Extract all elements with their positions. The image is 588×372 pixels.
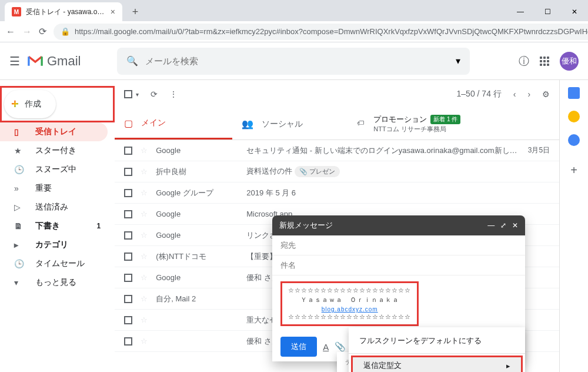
chevron-down-icon[interactable]: ▾: [456, 55, 460, 67]
url-field[interactable]: 🔒 https://mail.google.com/mail/u/0/?tab=…: [54, 24, 588, 40]
format-icon[interactable]: A: [323, 342, 329, 352]
search-input[interactable]: [145, 56, 449, 66]
row-checkbox[interactable]: [124, 168, 132, 176]
nav-icon: ▯: [14, 127, 26, 137]
star-icon[interactable]: ☆: [141, 315, 148, 324]
mail-row[interactable]: ☆ 折中良樹 資料送付の件 📎 プレゼン: [115, 161, 559, 182]
compose-to-field[interactable]: 宛先: [272, 235, 525, 255]
sidebar-item-4[interactable]: ▷送信済み: [0, 198, 108, 217]
keep-icon[interactable]: [568, 111, 580, 122]
sidebar-item-6[interactable]: ▸カテゴリ: [0, 235, 108, 254]
browser-tabstrip: M 受信トレイ - yasawa.orinaka@gm × + — ☐ ✕: [0, 0, 588, 21]
prev-page-icon[interactable]: ‹: [513, 89, 516, 99]
minimize-icon[interactable]: —: [487, 221, 495, 230]
apps-grid-icon[interactable]: [540, 57, 549, 66]
new-tab-button[interactable]: +: [127, 4, 143, 20]
star-icon[interactable]: ☆: [141, 167, 148, 176]
row-checkbox[interactable]: [124, 189, 132, 197]
tab-social[interactable]: 👥 ソーシャル: [232, 108, 350, 140]
compose-body[interactable]: ☆☆☆☆☆☆☆☆☆☆☆☆☆☆☆☆☆☆☆ Ｙａｓａｗａ Ｏｒｉｎａｋａ blog.…: [272, 275, 525, 332]
more-icon[interactable]: ⋮: [169, 89, 178, 99]
nav-icon: »: [14, 184, 26, 193]
star-icon[interactable]: ☆: [141, 294, 148, 303]
next-page-icon[interactable]: ›: [528, 89, 531, 99]
settings-icon[interactable]: ⚙: [542, 89, 550, 99]
sidebar-item-8[interactable]: ▾もっと見る: [0, 273, 108, 292]
back-icon[interactable]: ←: [6, 26, 15, 37]
signature-box: ☆☆☆☆☆☆☆☆☆☆☆☆☆☆☆☆☆☆☆ Ｙａｓａｗａ Ｏｒｉｎａｋａ blog.…: [280, 281, 419, 326]
lock-icon: 🔒: [61, 27, 70, 36]
tab-primary[interactable]: ▢ メイン: [115, 108, 232, 140]
row-checkbox[interactable]: [124, 316, 132, 324]
row-checkbox[interactable]: [124, 210, 132, 218]
tag-icon: 🏷: [357, 119, 364, 127]
sidebar-item-5[interactable]: 🗎下書き1: [0, 217, 108, 235]
new-badge: 新着 1 件: [430, 115, 460, 124]
menu-canned-responses[interactable]: 返信定型文▸: [351, 356, 523, 372]
tab-title: 受信トレイ - yasawa.orinaka@gm: [26, 7, 106, 17]
forward-icon[interactable]: →: [22, 26, 32, 37]
signature-link[interactable]: blog.abcdxyz.com: [322, 306, 378, 313]
avatar[interactable]: 優和: [560, 52, 579, 71]
sidebar-item-0[interactable]: ▯受信トレイ: [0, 122, 108, 141]
page-info: 1–50 / 74 行: [457, 89, 502, 99]
compose-button[interactable]: + 作成: [4, 90, 56, 118]
row-checkbox[interactable]: [124, 253, 132, 261]
compose-label: 作成: [25, 99, 41, 109]
star-icon[interactable]: ☆: [141, 188, 148, 197]
row-checkbox[interactable]: [124, 295, 132, 303]
mail-row[interactable]: ☆ Google グループ 2019 年 5 月 6: [115, 182, 559, 204]
calendar-icon[interactable]: [568, 87, 580, 99]
window-close[interactable]: ✕: [561, 2, 588, 21]
expand-icon[interactable]: ⤢: [500, 221, 506, 230]
row-checkbox[interactable]: [124, 231, 132, 240]
compose-highlight: + 作成: [0, 86, 115, 122]
nav-icon: ★: [14, 146, 26, 155]
compose-subject-field[interactable]: 件名: [272, 255, 525, 275]
window-maximize[interactable]: ☐: [534, 2, 561, 21]
category-tabs: ▢ メイン 👥 ソーシャル 🏷 プロモーション 新着 1 件 NTTコム リサー…: [115, 108, 559, 140]
star-icon[interactable]: ☆: [141, 210, 148, 218]
menu-fullscreen[interactable]: フルスクリーンをデフォルトにする: [349, 331, 525, 351]
row-checkbox[interactable]: [124, 147, 132, 155]
compose-titlebar[interactable]: 新規メッセージ — ⤢ ✕: [272, 215, 525, 235]
star-icon[interactable]: ☆: [141, 231, 148, 240]
row-checkbox[interactable]: [124, 337, 132, 346]
tab-promotions[interactable]: 🏷 プロモーション 新着 1 件 NTTコム リサーチ事務局: [350, 108, 559, 140]
refresh-icon[interactable]: ⟳: [151, 89, 158, 99]
star-icon[interactable]: ☆: [141, 337, 148, 346]
help-icon[interactable]: ⓘ: [519, 54, 529, 68]
window-minimize[interactable]: —: [507, 2, 534, 21]
attach-icon[interactable]: 📎: [335, 341, 346, 352]
gmail-logo-text: Gmail: [47, 54, 81, 69]
hamburger-icon[interactable]: ☰: [9, 54, 20, 68]
row-checkbox[interactable]: [124, 274, 132, 282]
reload-icon[interactable]: ⟳: [39, 26, 46, 37]
close-icon[interactable]: ×: [111, 7, 115, 16]
star-icon[interactable]: ☆: [141, 252, 148, 261]
add-addon-icon[interactable]: +: [570, 164, 577, 177]
people-icon: 👥: [242, 118, 253, 129]
mail-toolbar: ▾ ⟳ ⋮ 1–50 / 74 行 ‹ › ⚙: [115, 80, 559, 108]
select-all-checkbox[interactable]: [124, 90, 132, 98]
star-icon[interactable]: ☆: [141, 146, 148, 155]
close-icon[interactable]: ✕: [512, 221, 518, 230]
url-text: https://mail.google.com/mail/u/0/?tab=rm…: [75, 27, 588, 36]
side-panel: +: [559, 80, 588, 372]
search-box[interactable]: 🔍 ▾: [117, 48, 470, 75]
sidebar-item-7[interactable]: 🕒タイムセール: [0, 254, 108, 273]
chevron-down-icon[interactable]: ▾: [136, 91, 139, 98]
plus-icon: +: [11, 97, 19, 112]
send-button[interactable]: 送信: [280, 337, 317, 357]
sidebar-item-2[interactable]: 🕒スヌーズ中: [0, 160, 108, 179]
nav-icon: ▸: [14, 240, 26, 250]
sidebar-item-1[interactable]: ★スター付き: [0, 141, 108, 160]
gmail-logo[interactable]: Gmail: [27, 54, 81, 69]
star-icon[interactable]: ☆: [141, 273, 148, 282]
mail-row[interactable]: ☆ Google セキュリティ通知 - 新しい端末でのログインyasawa.or…: [115, 140, 559, 161]
nav-icon: ▷: [14, 202, 26, 212]
tasks-icon[interactable]: [568, 134, 580, 146]
browser-tab[interactable]: M 受信トレイ - yasawa.orinaka@gm ×: [5, 2, 122, 21]
chevron-right-icon: ▸: [506, 361, 510, 370]
sidebar-item-3[interactable]: »重要: [0, 179, 108, 198]
